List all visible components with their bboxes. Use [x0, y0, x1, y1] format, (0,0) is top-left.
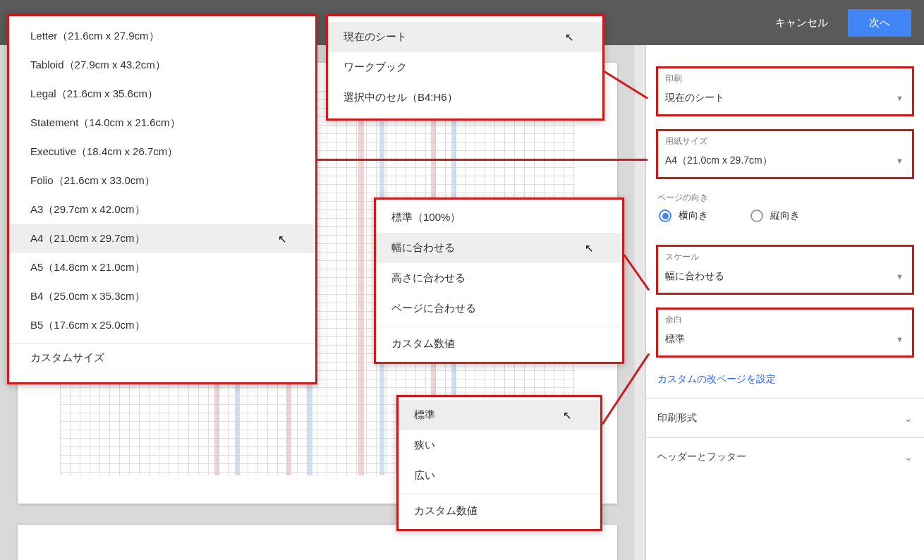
paper-size-field[interactable]: 用紙サイズ A4（21.0cm x 29.7cm） ▼: [656, 129, 914, 179]
menu-item[interactable]: Legal（21.6cm x 35.6cm）: [9, 80, 315, 109]
next-button[interactable]: 次へ: [848, 9, 911, 37]
menu-item[interactable]: A3（29.7cm x 42.0cm）: [9, 195, 315, 224]
menu-item[interactable]: Tabloid（27.9cm x 43.2cm）: [9, 51, 315, 80]
scale-menu[interactable]: 標準（100%）幅に合わせる↖高さに合わせるページに合わせるカスタム数値: [374, 197, 624, 364]
menu-item[interactable]: A5（14.8cm x 21.0cm）: [9, 253, 315, 282]
menu-item[interactable]: A4（21.0cm x 29.7cm）↖: [9, 224, 315, 253]
dropdown-arrow-icon: ▼: [896, 272, 904, 281]
menu-item[interactable]: 高さに合わせる: [376, 263, 622, 293]
paper-size-menu[interactable]: Letter（21.6cm x 27.9cm）Tabloid（27.9cm x …: [7, 14, 317, 384]
margin-menu[interactable]: 標準↖狭い広いカスタム数値: [396, 395, 602, 531]
pointer-cursor-icon: ↖: [278, 233, 287, 245]
menu-item-custom[interactable]: カスタムサイズ: [9, 343, 315, 372]
margin-label: 余白: [664, 314, 906, 326]
margin-value: 標準: [665, 333, 685, 346]
scale-field[interactable]: スケール 幅に合わせる ▼: [656, 245, 914, 295]
menu-item[interactable]: 幅に合わせる↖: [376, 233, 622, 263]
menu-item[interactable]: Statement（14.0cm x 21.6cm）: [9, 109, 315, 138]
menu-item[interactable]: 標準（100%）: [376, 202, 622, 233]
dropdown-arrow-icon: ▼: [896, 335, 904, 343]
dropdown-arrow-icon: ▼: [896, 94, 904, 102]
orientation-portrait[interactable]: 縦向き: [750, 209, 800, 222]
menu-item[interactable]: 現在のシート↖: [328, 22, 602, 52]
scale-label: スケール: [664, 251, 906, 263]
radio-unchecked-icon: [750, 209, 763, 222]
chevron-down-icon: ⌄: [904, 451, 913, 463]
menu-item-custom[interactable]: カスタム数値: [376, 327, 622, 359]
menu-item[interactable]: Letter（21.6cm x 27.9cm）: [9, 22, 315, 51]
print-target-field[interactable]: 印刷 現在のシート ▼: [656, 66, 914, 116]
menu-item[interactable]: ワークブック: [328, 52, 602, 83]
scale-value: 幅に合わせる: [665, 270, 724, 283]
pointer-cursor-icon: ↖: [565, 31, 574, 44]
pointer-cursor-icon: ↖: [563, 409, 572, 422]
connector-line: [317, 159, 648, 161]
menu-item[interactable]: 広い: [399, 461, 600, 491]
header-footer-section[interactable]: ヘッダーとフッター ⌄: [646, 437, 924, 476]
dropdown-arrow-icon: ▼: [896, 157, 904, 165]
margin-field[interactable]: 余白 標準 ▼: [656, 308, 914, 358]
orientation-label: ページの向き: [657, 192, 913, 204]
menu-item[interactable]: 狭い: [399, 430, 600, 461]
print-format-section[interactable]: 印刷形式 ⌄: [646, 398, 924, 437]
print-target-menu[interactable]: 現在のシート↖ワークブック選択中のセル（B4:H6）: [326, 14, 604, 121]
radio-checked-icon: [659, 209, 671, 222]
print-target-value: 現在のシート: [665, 92, 724, 104]
menu-item[interactable]: 標準↖: [399, 400, 600, 430]
custom-pagebreak-link[interactable]: カスタムの改ページを設定: [646, 370, 924, 398]
paper-size-value: A4（21.0cm x 29.7cm）: [665, 154, 772, 167]
paper-size-label: 用紙サイズ: [664, 135, 906, 147]
menu-item[interactable]: Folio（21.6cm x 33.0cm）: [9, 166, 315, 195]
menu-item[interactable]: Executive（18.4cm x 26.7cm）: [9, 138, 315, 166]
pointer-cursor-icon: ↖: [585, 242, 594, 255]
menu-item[interactable]: B5（17.6cm x 25.0cm）: [9, 311, 315, 340]
orientation-landscape[interactable]: 横向き: [659, 209, 708, 222]
chevron-down-icon: ⌄: [904, 413, 913, 424]
print-target-label: 印刷: [664, 73, 906, 85]
menu-item[interactable]: ページに合わせる: [376, 293, 622, 324]
cancel-button[interactable]: キャンセル: [762, 9, 841, 37]
menu-item[interactable]: B4（25.0cm x 35.3cm）: [9, 282, 315, 311]
print-settings-sidebar: 印刷 現在のシート ▼ 用紙サイズ A4（21.0cm x 29.7cm） ▼ …: [645, 45, 924, 560]
orientation-group: 横向き 縦向き: [656, 205, 914, 232]
menu-item[interactable]: 選択中のセル（B4:H6）: [328, 83, 602, 113]
menu-item-custom[interactable]: カスタム数値: [399, 494, 600, 526]
